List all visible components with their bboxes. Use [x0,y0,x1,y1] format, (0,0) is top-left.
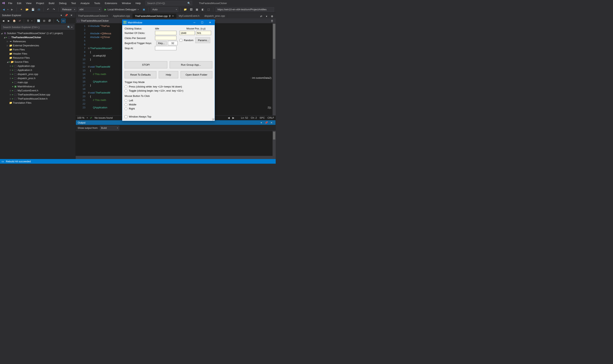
se-back-icon[interactable]: ◀ [1,19,5,23]
translation-files-node[interactable]: 📁Translation Files [0,101,75,105]
tool-icon-2[interactable]: ◧ [201,7,205,12]
tool-icon-3[interactable]: ⬚ [206,7,211,12]
mouse-y-input[interactable] [196,31,211,35]
split-icon[interactable]: ╪ [270,19,274,23]
mainwindow-titlebar[interactable]: MainWindow ─ ☐ ✕ [122,20,215,25]
se-home-icon[interactable]: 🏠 [12,19,16,23]
key-value-input[interactable] [168,41,178,45]
project-node[interactable]: ◢●⬚TheFastestMouseClicker [0,35,75,39]
se-fwd-icon[interactable]: ▶ [7,19,11,23]
tab-1[interactable]: Application.cpp [110,13,133,18]
num-clicks-input[interactable] [155,31,176,35]
run-group-button[interactable]: Run Group App... [170,61,212,68]
close-icon[interactable]: ✕ [172,15,174,17]
file-dispatch-proc-h[interactable]: ▷●⬚dispatch_proc.h [0,76,75,80]
help-button[interactable]: Help [159,71,178,78]
menu-view[interactable]: View [24,1,33,5]
menu-tools[interactable]: Tools [92,1,102,5]
undo-icon[interactable]: ↶ [46,7,50,12]
se-collapse-icon[interactable]: ⊟ [42,19,46,23]
open-batch-button[interactable]: Open Batch Folder [181,71,212,78]
tab-dropdown-icon[interactable]: ▾ [264,14,269,18]
menu-window[interactable]: Window [120,1,133,5]
output-hscrollbar[interactable] [76,156,276,159]
menu-help[interactable]: Help [133,1,143,5]
configuration-combo[interactable]: Release [61,7,76,12]
minimize-button[interactable]: ─ [190,20,198,25]
random-checkbox[interactable]: Random [180,39,193,42]
se-sync-icon[interactable]: ⚲ [26,19,30,23]
se-preview-icon[interactable]: ▭ [61,19,66,23]
menu-test[interactable]: Test [69,1,78,5]
file-mainwindow-ui[interactable]: ●▣MainWindow.ui [0,84,75,89]
file-application-cpp[interactable]: ▷●⬚Application.cpp [0,64,75,68]
menu-debug[interactable]: Debug [57,1,68,5]
editor-vscrollbar[interactable] [273,23,276,115]
file-dispatch-proc-cpp[interactable]: ▷●⬚dispatch_proc.cpp [0,72,75,76]
external-deps-node[interactable]: ▷📁External Dependencies [0,43,75,48]
mouse-x-input[interactable] [180,31,195,35]
hscroll-left-icon[interactable]: ◀ [228,116,230,119]
middle-radio[interactable]: Middle [125,103,212,106]
left-radio[interactable]: Left [125,99,212,102]
params-button[interactable]: Params... [195,38,210,43]
always-top-checkbox[interactable]: Window Always Top [125,115,212,118]
tab-4[interactable]: dispatch_proc.cpp [202,13,227,18]
file-thefastestmouseclicker-cpp[interactable]: ▷●⬚TheFastestMouseClicker.cpp [0,92,75,97]
tab-tweak-icon[interactable]: ⇄ [259,14,263,18]
panel-pin-icon[interactable]: 📌 [64,13,68,17]
references-node[interactable]: ▷▪▪References [0,39,75,43]
se-showall-icon[interactable]: 🗐 [47,19,52,23]
press-radio[interactable]: Press (clicking while: key <13> keeps hi… [125,85,212,88]
debug-target-icon[interactable]: ▣ [142,7,146,12]
image-icon[interactable]: 🖼 [189,7,193,12]
menu-extensions[interactable]: Extensions [103,1,119,5]
tab-0[interactable]: TheFastestMouseClicker.h [76,13,110,18]
nav-forward-button[interactable]: ▶ [10,7,14,12]
solution-search-input[interactable]: Search Solution Explorer (Ctrl+;) 🔍 ▾ [1,25,74,30]
redo-icon[interactable]: ↷ [52,7,56,12]
resize-grip-icon[interactable] [212,118,214,120]
path-box[interactable]: https://win10-en-x64-test/svn/ProjectAnt… [216,7,274,12]
output-pin-icon[interactable]: 📌 [264,120,268,125]
zoom-combo[interactable]: 100 % [77,116,84,119]
key-button[interactable]: Key... [156,41,167,45]
new-project-icon[interactable]: ✦ [19,7,23,12]
menu-build[interactable]: Build [47,1,56,5]
stop-button[interactable]: STOP! [125,61,167,68]
tool-icon-1[interactable]: ▦ [195,7,199,12]
output-close-icon[interactable]: ✕ [269,120,274,125]
right-radio[interactable]: Right [125,107,212,110]
tab-3[interactable]: MyCustomEvent.h [176,13,202,18]
toggle-radio[interactable]: Toggle (clicking begin: key <13>, end: k… [125,89,212,92]
se-switch-icon[interactable]: ⇄ [18,19,22,23]
close-button[interactable]: ✕ [206,20,214,25]
resource-files-node[interactable]: 📁Resource Files [0,56,75,60]
nav-back-button[interactable]: ◀ [1,7,6,12]
quick-launch-search[interactable]: Search (Ctrl+Q) 🔍 [146,1,192,5]
menu-project[interactable]: Project [34,1,46,5]
menu-edit[interactable]: Edit [15,1,23,5]
mainwindow-app[interactable]: MainWindow ─ ☐ ✕ Clicking Status:Idle Nu… [122,19,215,121]
maximize-button[interactable]: ☐ [198,20,206,25]
panel-dropdown-icon[interactable]: ▾ [59,13,63,17]
open-icon[interactable]: 📂 [25,7,29,12]
reset-button[interactable]: Reset To Defaults [125,71,156,78]
auto-combo[interactable]: Auto [151,7,178,12]
file-main-cpp[interactable]: ●⬚main.cpp [0,80,75,84]
crumb-project[interactable]: ⬚TheFastestMouseClicker [77,19,109,22]
tab-2[interactable]: TheFastestMouseClicker.cpp⚲✕ [133,13,176,18]
stop-at-input[interactable] [155,46,176,50]
output-source-combo[interactable]: Build [100,126,119,130]
solution-node[interactable]: ◢⧉Solution 'TheFastestMouseClicker' (1 o… [0,31,75,35]
menu-analyze[interactable]: Analyze [79,1,92,5]
cps-input[interactable] [155,36,176,40]
fold-gutter[interactable]: ⊟⊟⊟⊟ [87,23,90,115]
save-icon[interactable]: 💾 [31,7,35,12]
file-mycustomevent-h[interactable]: ▷●⬚MyCustomEvent.h [0,89,75,92]
hscroll-right-icon[interactable]: ▶ [232,116,234,119]
output-body[interactable] [76,131,276,156]
lineend-indicator[interactable]: CRLF [267,116,274,119]
source-files-node[interactable]: ◢●📂Source Files [0,60,75,64]
file-thefastestmouseclicker-h[interactable]: ▷●⬚TheFastestMouseClicker.h [0,97,75,101]
